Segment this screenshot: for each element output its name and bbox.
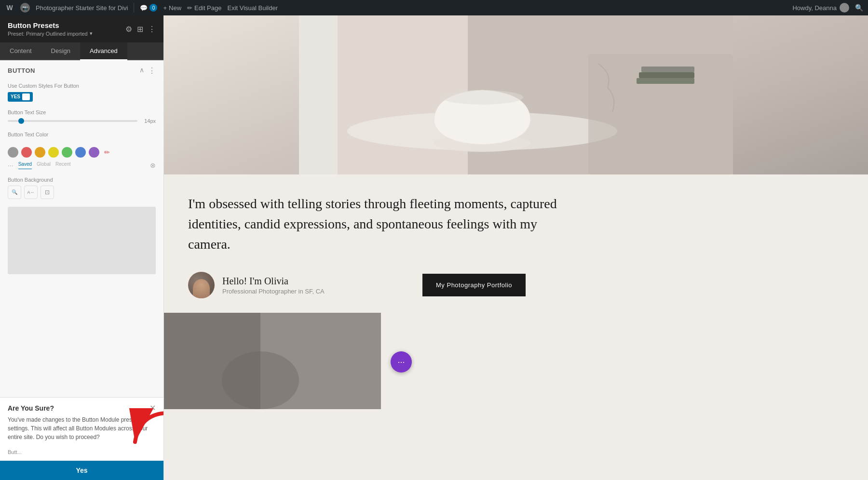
plus-icon: + xyxy=(163,4,167,12)
color-edit-icon[interactable]: ✏ xyxy=(104,148,110,156)
wordpress-logo[interactable]: W xyxy=(5,3,14,13)
swatch-red[interactable] xyxy=(21,147,32,158)
panel-header-icons: ⚙ ⊞ ⋮ xyxy=(125,25,156,34)
custom-styles-field: Use Custom Styles For Button YES xyxy=(0,79,163,106)
bg-search-option[interactable]: 🔍 xyxy=(8,186,21,199)
bg-solid-option[interactable]: A↔ xyxy=(24,186,38,199)
confirm-body: You've made changes to the Button Module… xyxy=(0,415,163,447)
confirm-close-btn[interactable]: ✕ xyxy=(149,403,156,413)
site-name[interactable]: Photographer Starter Site for Divi xyxy=(36,4,128,12)
text-color-field: Button Text Color xyxy=(0,128,163,144)
fab-button[interactable]: ··· xyxy=(391,351,412,373)
svg-rect-11 xyxy=(641,67,694,72)
section-controls: ∧ ⋮ xyxy=(139,66,156,75)
hero-image xyxy=(164,15,868,174)
bottom-image xyxy=(164,313,381,409)
tab-advanced[interactable]: Advanced xyxy=(80,42,127,60)
text-size-label: Button Text Size xyxy=(8,109,156,115)
button-section-header: Button ∧ ⋮ xyxy=(0,60,163,79)
section-more-icon[interactable]: ⋮ xyxy=(148,66,156,75)
text-size-thumb[interactable] xyxy=(18,118,24,124)
section-title: Button xyxy=(8,67,35,74)
custom-styles-label: Use Custom Styles For Button xyxy=(8,83,156,89)
exit-builder-item[interactable]: Exit Visual Builder xyxy=(227,4,278,12)
more-icon[interactable]: ⋮ xyxy=(148,25,156,34)
app-layout: Button Presets Preset: Primary Outlined … xyxy=(0,15,868,480)
confirm-footer-label: Butt... xyxy=(8,449,22,455)
quote-text: I'm obsessed with telling stories throug… xyxy=(188,194,574,254)
panel-title: Button Presets xyxy=(8,21,93,29)
swatch-purple[interactable] xyxy=(89,147,99,158)
author-text: Hello! I'm Olivia Professional Photograp… xyxy=(222,276,325,295)
bg-gradient-option[interactable]: ⊡ xyxy=(41,186,54,199)
confirm-footer: Butt... xyxy=(0,447,163,459)
svg-rect-9 xyxy=(637,78,694,84)
comment-count: 0 xyxy=(149,4,157,12)
bg-options: 🔍 A↔ ⊡ xyxy=(8,186,156,199)
site-icon: 📷 xyxy=(20,3,30,13)
custom-styles-toggle[interactable]: YES xyxy=(8,92,33,102)
layout-icon[interactable]: ⊞ xyxy=(137,25,143,34)
author-row: Hello! I'm Olivia Professional Photograp… xyxy=(188,272,574,298)
edit-icon: ✏ xyxy=(187,4,192,12)
text-color-label: Button Text Color xyxy=(8,132,156,137)
author-name: Hello! I'm Olivia xyxy=(222,276,325,287)
left-panel: Button Presets Preset: Primary Outlined … xyxy=(0,15,164,480)
author-subtitle: Professional Photographer in SF, CA xyxy=(222,288,325,295)
swatch-gray[interactable] xyxy=(8,147,18,158)
panel-title-area: Button Presets Preset: Primary Outlined … xyxy=(8,21,93,37)
svg-rect-10 xyxy=(639,72,694,78)
bg-label: Button Background xyxy=(8,177,156,183)
admin-bar: W 📷 Photographer Starter Site for Divi 💬… xyxy=(0,0,868,15)
search-icon[interactable]: 🔍 xyxy=(855,4,863,12)
panel-subtitle: Preset: Primary Outlined imported ▾ xyxy=(8,30,93,37)
color-tab-global[interactable]: Global xyxy=(37,161,51,169)
svg-rect-4 xyxy=(299,15,338,174)
content-section: I'm obsessed with telling stories throug… xyxy=(164,174,598,313)
color-tabs-dots: ··· xyxy=(8,161,14,169)
divider xyxy=(134,3,134,13)
color-swatches: ✏ xyxy=(0,144,163,160)
comments-icon: 💬 xyxy=(140,4,148,12)
tab-content[interactable]: Content xyxy=(0,42,41,60)
author-info: Hello! I'm Olivia Professional Photograp… xyxy=(188,272,325,298)
bg-field: Button Background 🔍 A↔ ⊡ xyxy=(0,173,163,203)
color-tab-recent[interactable]: Recent xyxy=(55,161,71,169)
confirm-dialog: Are You Sure? ✕ You've made changes to t… xyxy=(0,397,163,480)
new-item[interactable]: + New xyxy=(163,4,181,12)
confirm-header: Are You Sure? ✕ xyxy=(0,398,163,415)
toggle-knob xyxy=(22,93,30,100)
text-size-slider-row: 14px xyxy=(8,118,156,124)
svg-point-7 xyxy=(441,90,523,105)
howdy-label: Howdy, Deanna xyxy=(792,3,849,13)
swatch-green[interactable] xyxy=(62,147,72,158)
color-tab-saved[interactable]: Saved xyxy=(18,161,32,169)
tab-design[interactable]: Design xyxy=(41,42,80,60)
edit-page-item[interactable]: ✏ Edit Page xyxy=(187,4,221,12)
swatch-yellow[interactable] xyxy=(48,147,59,158)
confirm-title: Are You Sure? xyxy=(8,404,54,412)
confirm-yes-button[interactable]: Yes xyxy=(0,461,163,480)
svg-point-15 xyxy=(222,351,299,409)
author-avatar xyxy=(188,272,215,298)
swatch-blue[interactable] xyxy=(75,147,86,158)
panel-tabs: Content Design Advanced xyxy=(0,42,163,60)
avatar-shape xyxy=(193,279,210,298)
bottom-section: ··· xyxy=(164,313,868,409)
swatch-orange[interactable] xyxy=(35,147,45,158)
panel-header: Button Presets Preset: Primary Outlined … xyxy=(0,15,163,42)
color-tabs: ··· Saved Global Recent ⊗ xyxy=(0,160,163,173)
user-avatar xyxy=(840,3,849,13)
collapse-icon[interactable]: ∧ xyxy=(139,66,144,75)
text-size-value: 14px xyxy=(141,118,156,124)
main-content: I'm obsessed with telling stories throug… xyxy=(164,15,868,480)
button-preview xyxy=(8,207,156,274)
text-size-track xyxy=(8,120,137,122)
text-size-field: Button Text Size 14px xyxy=(0,106,163,128)
settings-icon[interactable]: ⚙ xyxy=(125,25,132,34)
color-close-icon[interactable]: ⊗ xyxy=(150,161,156,169)
comments-item[interactable]: 💬 0 xyxy=(140,4,157,12)
chevron-icon[interactable]: ▾ xyxy=(90,30,93,37)
bowl-scene-image xyxy=(164,15,868,174)
portfolio-button[interactable]: My Photography Portfolio xyxy=(422,274,526,296)
